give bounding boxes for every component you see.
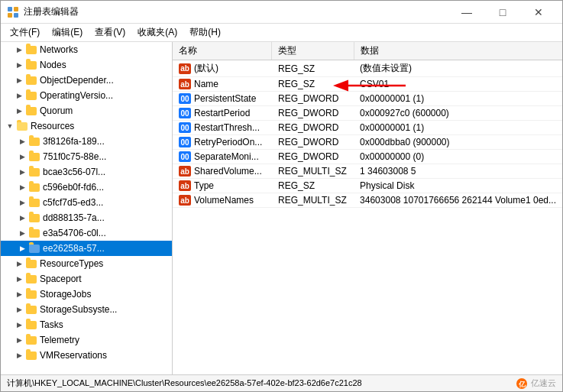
title-bar: 注册表编辑器 — □ ✕: [1, 1, 562, 24]
maximize-button[interactable]: □: [485, 1, 520, 24]
cell-type-2: REG_DWORD: [272, 92, 354, 106]
menu-view[interactable]: 查看(V): [89, 24, 131, 41]
tree-item-ee26258a[interactable]: ▶ ee26258a-57...: [1, 241, 172, 256]
tree-item-networks[interactable]: ▶ Networks: [1, 42, 172, 57]
folder-icon-dd888135: [28, 212, 40, 224]
table-row[interactable]: abSharedVolume...REG_MULTI_SZ1 34603008 …: [173, 164, 562, 179]
expander-storagejobs[interactable]: ▶: [13, 287, 25, 302]
tree-item-resources[interactable]: ▼ Resources: [1, 118, 172, 134]
expander-751f0c75[interactable]: ▶: [16, 149, 28, 164]
expander-e3a54706[interactable]: ▶: [16, 225, 28, 241]
main-content: ▶ Networks ▶ Nodes ▶ ObjectDepender...: [1, 42, 562, 374]
expander-quorum[interactable]: ▶: [13, 103, 25, 118]
expander-operatingversio[interactable]: ▶: [13, 88, 25, 103]
cell-type-7: REG_MULTI_SZ: [272, 164, 354, 179]
tree-item-telemetry[interactable]: ▶ Telemetry: [1, 332, 172, 348]
tree-item-operatingversio[interactable]: ▶ OperatingVersio...: [1, 88, 172, 103]
tree-item-vmreservations[interactable]: ▶ VMReservations: [1, 348, 172, 363]
tree-item-e3a54706[interactable]: ▶ e3a54706-c0l...: [1, 225, 172, 241]
col-header-name[interactable]: 名称: [173, 42, 272, 60]
registry-tree[interactable]: ▶ Networks ▶ Nodes ▶ ObjectDepender...: [1, 42, 173, 374]
folder-icon-quorum: [25, 105, 37, 117]
tree-item-751f0c75[interactable]: ▶ 751f0c75-88e...: [1, 149, 172, 164]
table-row[interactable]: 00SeparateMoni...REG_DWORD0x00000000 (0): [173, 150, 562, 164]
tree-label-tasks: Tasks: [37, 319, 63, 330]
menu-help[interactable]: 帮助(H): [183, 24, 227, 41]
reg-type-icon: ab: [179, 166, 191, 177]
col-header-data[interactable]: 数据: [354, 42, 562, 60]
table-row[interactable]: ab(默认)REG_SZ(数值未设置): [173, 60, 562, 77]
expander-tasks[interactable]: ▶: [13, 317, 25, 332]
app-icon: [7, 6, 19, 18]
expander-c5fcf7d5[interactable]: ▶: [16, 195, 28, 210]
menu-bar: 文件(F) 编辑(E) 查看(V) 收藏夹(A) 帮助(H): [1, 24, 562, 42]
svg-text:亿: 亿: [518, 381, 526, 388]
table-row[interactable]: abTypeREG_SZPhysical Disk: [173, 179, 562, 193]
tree-item-storagesubsyste[interactable]: ▶ StorageSubsyste...: [1, 302, 172, 317]
menu-edit[interactable]: 编辑(E): [46, 24, 89, 41]
folder-icon-c5fcf7d5: [28, 196, 40, 209]
expander-ee26258a[interactable]: ▶: [16, 241, 28, 256]
tree-item-storagejobs[interactable]: ▶ StorageJobs: [1, 287, 172, 302]
registry-table: 名称 类型 数据 ab(默认)REG_SZ(数值未设置)abNameREG_SZ…: [173, 42, 562, 208]
tree-item-dd888135[interactable]: ▶ dd888135-7a...: [1, 210, 172, 225]
table-row[interactable]: abVolumeNamesREG_MULTI_SZ34603008 107017…: [173, 193, 562, 208]
expander-storagesubsyste[interactable]: ▶: [13, 302, 25, 317]
cell-name-2: 00PersistentState: [173, 92, 272, 106]
cell-name-text: RetryPeriodOn...: [194, 137, 262, 147]
status-path: 计算机\HKEY_LOCAL_MACHINE\Cluster\Resources…: [7, 377, 362, 389]
expander-vmreservations[interactable]: ▶: [13, 348, 25, 363]
expander-nodes[interactable]: ▶: [13, 57, 25, 73]
expander-objectdepender[interactable]: ▶: [13, 73, 25, 88]
cell-data-1: CSV01: [354, 77, 562, 92]
tree-item-objectdepender[interactable]: ▶ ObjectDepender...: [1, 73, 172, 88]
expander-telemetry[interactable]: ▶: [13, 332, 25, 348]
cell-type-0: REG_SZ: [272, 60, 354, 77]
watermark: 亿 亿速云: [516, 377, 556, 390]
tree-item-c5fcf7d5[interactable]: ▶ c5fcf7d5-ed3...: [1, 195, 172, 210]
watermark-text: 亿速云: [531, 377, 556, 389]
cell-name-text: Name: [194, 79, 218, 89]
folder-icon-bcae3c56: [28, 166, 40, 178]
table-row[interactable]: 00RestartThresh...REG_DWORD0x00000001 (1…: [173, 121, 562, 135]
expander-bcae3c56[interactable]: ▶: [16, 164, 28, 180]
expander-c596eb0f[interactable]: ▶: [16, 180, 28, 195]
tree-item-3f8126fa[interactable]: ▶ 3f8126fa-189...: [1, 134, 172, 149]
cell-name-text: Type: [194, 180, 214, 191]
tree-item-c596eb0f[interactable]: ▶ c596eb0f-fd6...: [1, 180, 172, 195]
expander-3f8126fa[interactable]: ▶: [16, 134, 28, 149]
tree-item-tasks[interactable]: ▶ Tasks: [1, 317, 172, 332]
folder-icon-ee26258a: [28, 242, 40, 254]
table-row[interactable]: abNameREG_SZCSV01: [173, 77, 562, 92]
expander-resourcetypes[interactable]: ▶: [13, 256, 25, 271]
minimize-button[interactable]: —: [449, 1, 484, 24]
table-row[interactable]: 00PersistentStateREG_DWORD0x00000001 (1): [173, 92, 562, 106]
col-header-type[interactable]: 类型: [272, 42, 354, 60]
tree-item-bcae3c56[interactable]: ▶ bcae3c56-07l...: [1, 164, 172, 180]
menu-file[interactable]: 文件(F): [4, 24, 46, 41]
tree-item-resourcetypes[interactable]: ▶ ResourceTypes: [1, 256, 172, 271]
cell-name-text: (默认): [194, 62, 218, 75]
tree-label-3f8126fa: 3f8126fa-189...: [40, 136, 105, 147]
expander-spaceport[interactable]: ▶: [13, 271, 25, 287]
folder-icon-operatingversio: [25, 89, 37, 102]
expander-resources[interactable]: ▼: [4, 118, 16, 134]
cell-data-0: (数值未设置): [354, 60, 562, 77]
cell-name-9: abVolumeNames: [173, 193, 272, 208]
table-row[interactable]: 00RestartPeriodREG_DWORD0x000927c0 (6000…: [173, 106, 562, 121]
expander-dd888135[interactable]: ▶: [16, 210, 28, 225]
tree-item-nodes[interactable]: ▶ Nodes: [1, 57, 172, 73]
table-row[interactable]: 00RetryPeriodOn...REG_DWORD0x000dbba0 (9…: [173, 135, 562, 150]
expander-networks[interactable]: ▶: [13, 42, 25, 57]
tree-item-quorum[interactable]: ▶ Quorum: [1, 103, 172, 118]
window-title: 注册表编辑器: [24, 5, 449, 18]
reg-type-icon: 00: [179, 151, 191, 162]
folder-icon-telemetry: [25, 334, 37, 346]
reg-type-icon: 00: [179, 108, 191, 118]
menu-favorites[interactable]: 收藏夹(A): [131, 24, 183, 41]
cell-name-text: RestartPeriod: [194, 108, 250, 118]
svg-rect-3: [14, 13, 18, 18]
cell-data-8: Physical Disk: [354, 179, 562, 193]
close-button[interactable]: ✕: [521, 1, 556, 24]
tree-item-spaceport[interactable]: ▶ Spaceport: [1, 271, 172, 287]
